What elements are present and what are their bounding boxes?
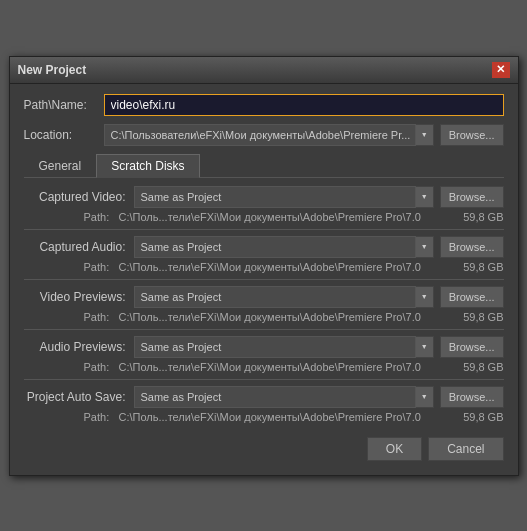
captured-audio-dropdown[interactable]: Same as Project [134, 236, 416, 258]
audio-previews-path-row: Path: C:\Поль...тели\eFXi\Мои документы\… [24, 361, 504, 373]
captured-audio-row: Captured Audio: Same as Project ▼ Browse… [24, 236, 504, 258]
video-previews-group: Same as Project ▼ Browse... [134, 286, 504, 308]
audio-previews-row: Audio Previews: Same as Project ▼ Browse… [24, 336, 504, 358]
tab-scratch-disks[interactable]: Scratch Disks [96, 154, 199, 178]
project-auto-save-label: Project Auto Save: [24, 390, 134, 404]
captured-video-dropdown[interactable]: Same as Project [134, 186, 416, 208]
audio-previews-group: Same as Project ▼ Browse... [134, 336, 504, 358]
location-browse-button[interactable]: Browse... [440, 124, 504, 146]
video-previews-dropdown[interactable]: Same as Project [134, 286, 416, 308]
cv-path-value: C:\Поль...тели\eFXi\Мои документы\Adobe\… [119, 211, 456, 223]
project-auto-save-section: Project Auto Save: Same as Project ▼ Bro… [24, 386, 504, 423]
location-label: Location: [24, 128, 104, 142]
project-auto-save-browse-button[interactable]: Browse... [440, 386, 504, 408]
captured-video-section: Captured Video: Same as Project ▼ Browse… [24, 186, 504, 223]
vp-path-value: C:\Поль...тели\eFXi\Мои документы\Adobe\… [119, 311, 456, 323]
project-auto-save-path-row: Path: C:\Поль...тели\eFXi\Мои документы\… [24, 411, 504, 423]
ok-button[interactable]: OK [367, 437, 422, 461]
location-dropdown-arrow: ▼ [421, 131, 428, 138]
captured-video-dropdown-arrow-btn[interactable]: ▼ [416, 186, 434, 208]
divider-4 [24, 379, 504, 380]
captured-video-path-row: Path: C:\Поль...тели\eFXi\Мои документы\… [24, 211, 504, 223]
path-name-row: Path\Name: [24, 94, 504, 116]
tab-general[interactable]: General [24, 154, 97, 177]
path-name-label: Path\Name: [24, 98, 104, 112]
ca-path-label: Path: [84, 261, 119, 273]
dialog-title: New Project [18, 63, 87, 77]
tabs-row: General Scratch Disks [24, 154, 504, 178]
ca-path-value: C:\Поль...тели\eFXi\Мои документы\Adobe\… [119, 261, 456, 273]
audio-previews-label: Audio Previews: [24, 340, 134, 354]
project-auto-save-group: Same as Project ▼ Browse... [134, 386, 504, 408]
ap-path-value: C:\Поль...тели\eFXi\Мои документы\Adobe\… [119, 361, 456, 373]
close-button[interactable]: ✕ [492, 62, 510, 78]
captured-audio-dropdown-arrow-btn[interactable]: ▼ [416, 236, 434, 258]
project-auto-save-row: Project Auto Save: Same as Project ▼ Bro… [24, 386, 504, 408]
location-dropdown-button[interactable]: ▼ [416, 124, 434, 146]
ap-dropdown-arrow: ▼ [421, 343, 428, 350]
pas-dropdown-arrow: ▼ [421, 393, 428, 400]
captured-video-label: Captured Video: [24, 190, 134, 204]
cv-dropdown-arrow: ▼ [421, 193, 428, 200]
pas-path-label: Path: [84, 411, 119, 423]
divider-2 [24, 279, 504, 280]
button-row: OK Cancel [24, 429, 504, 465]
pas-path-size: 59,8 GB [463, 411, 503, 423]
project-auto-save-dropdown-arrow-btn[interactable]: ▼ [416, 386, 434, 408]
video-previews-path-row: Path: C:\Поль...тели\eFXi\Мои документы\… [24, 311, 504, 323]
captured-audio-path-row: Path: C:\Поль...тели\eFXi\Мои документы\… [24, 261, 504, 273]
captured-audio-section: Captured Audio: Same as Project ▼ Browse… [24, 236, 504, 273]
ca-path-size: 59,8 GB [463, 261, 503, 273]
ap-path-size: 59,8 GB [463, 361, 503, 373]
vp-dropdown-arrow: ▼ [421, 293, 428, 300]
video-previews-dropdown-arrow-btn[interactable]: ▼ [416, 286, 434, 308]
captured-audio-group: Same as Project ▼ Browse... [134, 236, 504, 258]
cv-path-label: Path: [84, 211, 119, 223]
location-value: C:\Пользователи\eFXi\Мои документы\Adobe… [104, 124, 416, 146]
audio-previews-browse-button[interactable]: Browse... [440, 336, 504, 358]
project-auto-save-dropdown[interactable]: Same as Project [134, 386, 416, 408]
cancel-button[interactable]: Cancel [428, 437, 503, 461]
captured-audio-label: Captured Audio: [24, 240, 134, 254]
vp-path-size: 59,8 GB [463, 311, 503, 323]
video-previews-browse-button[interactable]: Browse... [440, 286, 504, 308]
vp-path-label: Path: [84, 311, 119, 323]
video-previews-section: Video Previews: Same as Project ▼ Browse… [24, 286, 504, 323]
audio-previews-dropdown[interactable]: Same as Project [134, 336, 416, 358]
video-previews-label: Video Previews: [24, 290, 134, 304]
pas-path-value: C:\Поль...тели\eFXi\Мои документы\Adobe\… [119, 411, 456, 423]
audio-previews-section: Audio Previews: Same as Project ▼ Browse… [24, 336, 504, 373]
location-row: Location: C:\Пользователи\eFXi\Мои докум… [24, 124, 504, 146]
divider-1 [24, 229, 504, 230]
new-project-dialog: New Project ✕ Path\Name: Location: C:\По… [9, 56, 519, 476]
divider-3 [24, 329, 504, 330]
dialog-body: Path\Name: Location: C:\Пользователи\eFX… [10, 84, 518, 475]
title-bar: New Project ✕ [10, 57, 518, 84]
cv-path-size: 59,8 GB [463, 211, 503, 223]
path-name-input[interactable] [104, 94, 504, 116]
captured-audio-browse-button[interactable]: Browse... [440, 236, 504, 258]
captured-video-group: Same as Project ▼ Browse... [134, 186, 504, 208]
audio-previews-dropdown-arrow-btn[interactable]: ▼ [416, 336, 434, 358]
video-previews-row: Video Previews: Same as Project ▼ Browse… [24, 286, 504, 308]
captured-video-row: Captured Video: Same as Project ▼ Browse… [24, 186, 504, 208]
ap-path-label: Path: [84, 361, 119, 373]
ca-dropdown-arrow: ▼ [421, 243, 428, 250]
captured-video-browse-button[interactable]: Browse... [440, 186, 504, 208]
